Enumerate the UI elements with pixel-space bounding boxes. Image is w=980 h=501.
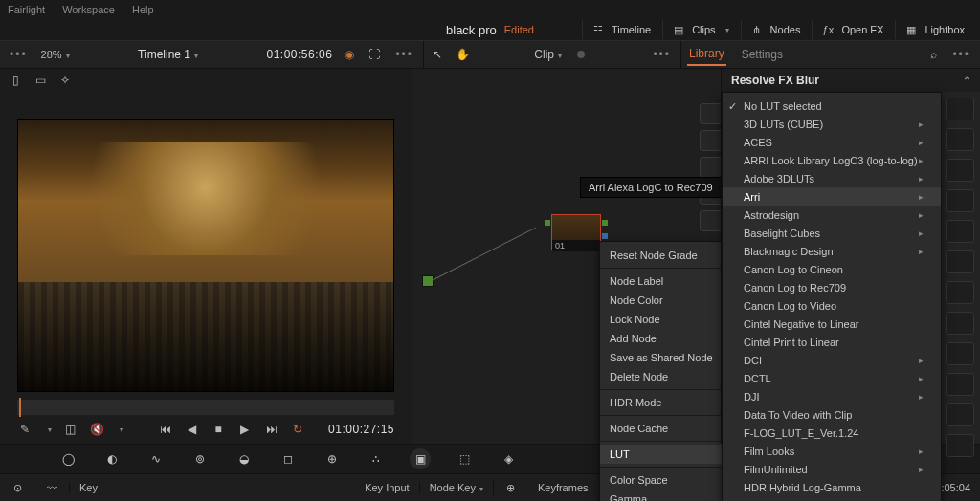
kf-expand-icon[interactable]: ⊕ (503, 480, 519, 495)
view-mode-2-icon[interactable]: ▭ (33, 73, 48, 88)
lut-item[interactable]: Canon Log to Cineon (723, 260, 941, 278)
lightbox-icon: ▦ (903, 22, 919, 37)
lut-item[interactable]: Cintel Print to Linear (723, 333, 941, 351)
timeline-name[interactable]: Timeline 1▾ (79, 48, 257, 61)
node-alpha-dot[interactable] (602, 233, 608, 239)
split-icon[interactable]: ◫ (63, 422, 78, 437)
node-in-dot[interactable] (545, 220, 550, 226)
nodes-button[interactable]: ⋔Nodes (741, 20, 809, 39)
page-window-icon[interactable]: ◻ (278, 448, 299, 469)
expand-key-icon[interactable]: ⊙ (10, 480, 25, 495)
fx-slot[interactable] (946, 159, 974, 182)
page-hdr-icon[interactable]: ◐ (101, 448, 122, 469)
openfx-button[interactable]: ƒxOpen FX (812, 20, 891, 39)
prev-icon[interactable]: ◀ (185, 422, 200, 437)
lut-item[interactable]: Baselight Cubes▸ (723, 224, 941, 242)
lut-item[interactable]: Canon Log to Rec709 (723, 278, 941, 296)
node-number: 01 (552, 240, 600, 251)
fx-slot[interactable] (946, 128, 974, 151)
view-mode-1-icon[interactable]: ▯ (8, 73, 23, 88)
more-left-icon[interactable]: ••• (6, 48, 32, 61)
lut-item[interactable]: F-LOG_LUT_E_Ver.1.24 (723, 424, 941, 442)
tab-settings[interactable]: Settings (740, 44, 785, 65)
tab-library[interactable]: Library (687, 43, 726, 66)
fx-slot[interactable] (946, 403, 974, 426)
page-tracking-icon[interactable]: ⊕ (322, 448, 343, 469)
fx-category-header[interactable]: Resolve FX Blur ⌃ (722, 69, 980, 92)
fx-slot[interactable] (946, 342, 974, 365)
menu-help[interactable]: Help (132, 4, 154, 15)
play-icon[interactable]: ▶ (237, 422, 253, 437)
menu-workspace[interactable]: Workspace (62, 4, 115, 15)
fx-slot[interactable] (946, 373, 974, 396)
clip-label[interactable]: Clip▾ (534, 48, 562, 61)
node-01[interactable]: 01 (551, 214, 601, 250)
lut-item[interactable]: Adobe 3DLUTs▸ (723, 169, 941, 187)
lut-item[interactable]: Cintel Negative to Linear (723, 315, 941, 333)
page-blur-icon[interactable]: ∴ (366, 448, 387, 469)
nodes-icon: ⋔ (749, 22, 765, 37)
page-wheel-icon[interactable]: ◯ (57, 448, 78, 469)
scope-icon[interactable]: ◉ (342, 47, 357, 62)
scope-footer-icon[interactable]: 〰 (44, 480, 59, 495)
playbar[interactable] (17, 400, 394, 415)
clips-button[interactable]: ▤Clips▾ (662, 20, 736, 39)
timeline-label: Timeline (612, 24, 651, 35)
page-key-icon[interactable]: ▣ (410, 448, 431, 469)
lut-item[interactable]: Canon Log to Video (723, 296, 941, 315)
picker-icon[interactable]: ✎ (17, 422, 33, 437)
lut-item[interactable]: FilmUnlimited▸ (723, 460, 941, 478)
expand-icon[interactable]: ⛶ (367, 47, 382, 62)
fx-slot[interactable] (946, 312, 974, 335)
lut-item[interactable]: ✓No LUT selected (723, 97, 941, 115)
more-node-icon[interactable]: ••• (649, 48, 675, 61)
lut-item[interactable]: ACES▸ (723, 133, 941, 151)
page-warper-icon[interactable]: ⊚ (189, 448, 211, 469)
stop-icon[interactable]: ■ (211, 422, 226, 437)
first-frame-icon[interactable]: ⏮ (158, 422, 173, 437)
lut-item[interactable]: DCTL▸ (723, 369, 941, 387)
lut-item[interactable]: Arri▸ (723, 187, 941, 206)
lut-item[interactable]: Film Looks▸ (723, 442, 941, 460)
page-curves-icon[interactable]: ∿ (145, 448, 167, 469)
fx-slot[interactable] (946, 220, 974, 243)
node-graph[interactable]: Arri Alexa LogC to Rec709 01 Reset Node … (412, 69, 980, 444)
fx-slot[interactable] (946, 250, 974, 273)
page-3d-icon[interactable]: ◈ (498, 448, 519, 469)
lut-item[interactable]: DJI▸ (723, 387, 941, 405)
fx-slot[interactable] (946, 281, 974, 304)
lightbox-button[interactable]: ▦Lightbox (895, 20, 972, 39)
fx-slot[interactable] (946, 189, 974, 212)
lut-item[interactable]: HDR Hybrid Log-Gamma (723, 478, 941, 496)
graph-input[interactable] (422, 275, 434, 287)
lut-item[interactable]: 3D LUTs (CUBE)▸ (723, 115, 941, 133)
menu-fairlight[interactable]: Fairlight (8, 4, 45, 15)
project-state: Edited (504, 24, 534, 35)
lut-item[interactable]: ARRI Look Library LogC3 (log-to-log)▸ (723, 151, 941, 169)
fx-slot[interactable] (946, 98, 974, 120)
viewer-zoom[interactable]: 28%▾ (41, 49, 70, 60)
more-fx-icon[interactable]: ••• (948, 48, 974, 61)
lut-item[interactable]: Data To Video with Clip (723, 405, 941, 424)
pointer-icon[interactable]: ↖ (430, 47, 445, 62)
search-icon[interactable]: ⌕ (925, 47, 941, 62)
hand-icon[interactable]: ✋ (455, 47, 470, 62)
lut-item[interactable]: HDR ST 2084 (723, 496, 941, 501)
mute-icon[interactable]: 🔇 (89, 422, 104, 437)
timeline-button[interactable]: ☷Timeline (582, 20, 658, 39)
clips-label: Clips (692, 24, 715, 35)
project-name: black pro (446, 23, 497, 37)
node-out-dot[interactable] (602, 220, 608, 226)
node-key-label[interactable]: Node Key▾ (419, 482, 493, 493)
lut-item[interactable]: DCI▸ (723, 351, 941, 369)
page-sizing-icon[interactable]: ⬚ (454, 448, 475, 469)
viewer-image[interactable] (17, 119, 394, 392)
loop-icon[interactable]: ↻ (290, 422, 305, 437)
page-qualifier-icon[interactable]: ◒ (234, 448, 255, 469)
fx-slot[interactable] (946, 434, 974, 457)
lut-item[interactable]: Blackmagic Design▸ (723, 242, 941, 260)
lut-item[interactable]: Astrodesign▸ (723, 206, 941, 224)
next-icon[interactable]: ⏭ (264, 422, 279, 437)
fx-overlay-icon[interactable]: ✧ (57, 73, 73, 88)
more-viewer-icon[interactable]: ••• (391, 48, 417, 61)
